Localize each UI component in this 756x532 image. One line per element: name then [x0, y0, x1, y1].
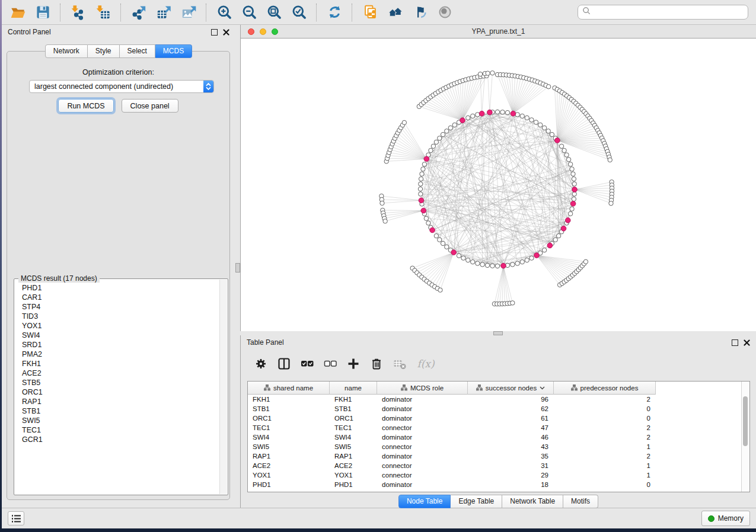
network-node[interactable]	[534, 120, 538, 124]
columns-button[interactable]	[277, 357, 291, 371]
network-node[interactable]	[380, 201, 384, 205]
settings-button[interactable]	[254, 357, 268, 371]
tab-motifs[interactable]: Motifs	[563, 495, 598, 508]
mcds-hub-node[interactable]	[547, 243, 553, 248]
network-node[interactable]	[457, 254, 461, 258]
network-node[interactable]	[434, 233, 438, 238]
network-node[interactable]	[559, 144, 563, 148]
deselect-all-button[interactable]	[323, 357, 337, 371]
network-node[interactable]	[495, 264, 499, 268]
network-graph[interactable]	[241, 39, 756, 331]
network-from-file-button[interactable]	[359, 2, 381, 23]
network-node[interactable]	[538, 123, 543, 127]
refresh-button[interactable]	[323, 2, 346, 23]
mcds-result-item[interactable]: YOX1	[22, 321, 219, 331]
network-node[interactable]	[583, 259, 588, 264]
table-row[interactable]: SWI4SWI4dominator462	[248, 432, 749, 442]
memory-button[interactable]: Memory	[701, 511, 750, 526]
mcds-result-list[interactable]: PHD1CAR1STP4TID3YOX1SWI4SRD1PMA2FKH1ACE2…	[14, 280, 219, 493]
network-node[interactable]	[419, 177, 423, 181]
network-node[interactable]	[383, 219, 387, 223]
network-node[interactable]	[461, 256, 465, 260]
float-panel-icon[interactable]	[211, 29, 218, 36]
table-row[interactable]: YOX1YOX1connector291	[248, 470, 749, 480]
mcds-hub-node[interactable]	[565, 218, 570, 223]
table-row[interactable]: RAP1RAP1dominator352	[248, 451, 749, 461]
network-node[interactable]	[572, 182, 576, 186]
network-node[interactable]	[485, 263, 489, 267]
table-row[interactable]: ACE2ACE2connector311	[248, 461, 749, 470]
mcds-hub-node[interactable]	[561, 226, 566, 231]
mcds-list-scrollbar[interactable]	[219, 280, 227, 494]
table-row[interactable]: ORC1ORC1dominator610	[248, 414, 749, 423]
mcds-result-item[interactable]: PHD1	[22, 283, 219, 293]
mcds-result-item[interactable]: RAP1	[22, 397, 219, 406]
network-node[interactable]	[572, 197, 576, 201]
network-node[interactable]	[452, 123, 457, 127]
table-row[interactable]: SWI5SWI5connector431	[248, 442, 749, 451]
network-node[interactable]	[542, 248, 546, 252]
zoom-in-button[interactable]	[213, 2, 235, 23]
network-node[interactable]	[438, 238, 442, 242]
network-node[interactable]	[570, 167, 574, 171]
column-header-successor-nodes[interactable]: successor nodes	[468, 382, 554, 395]
mcds-result-item[interactable]: STP4	[22, 302, 219, 312]
network-node[interactable]	[490, 70, 495, 75]
mcds-hub-node[interactable]	[479, 111, 484, 116]
mcds-hub-node[interactable]	[430, 227, 435, 233]
show-graphics-details-button[interactable]	[433, 2, 456, 23]
export-image-button[interactable]	[177, 2, 200, 23]
mcds-hub-node[interactable]	[460, 118, 465, 123]
search-box[interactable]	[578, 5, 748, 20]
vertical-splitter[interactable]	[235, 25, 240, 508]
table-row[interactable]: FKH1FKH1dominator962	[248, 395, 749, 404]
network-node[interactable]	[572, 177, 576, 181]
run-mcds-button[interactable]: Run MCDS	[58, 99, 113, 113]
mcds-result-item[interactable]: ACE2	[22, 368, 219, 378]
network-node[interactable]	[546, 85, 550, 89]
mcds-hub-node[interactable]	[555, 138, 560, 143]
mcds-hub-node[interactable]	[534, 253, 540, 258]
network-node[interactable]	[525, 116, 529, 120]
tab-network-table[interactable]: Network Table	[502, 495, 563, 508]
network-node[interactable]	[520, 259, 524, 264]
panel-menu-button[interactable]	[8, 511, 24, 525]
network-node[interactable]	[608, 158, 612, 162]
network-node[interactable]	[434, 140, 438, 144]
save-button[interactable]	[31, 2, 54, 23]
network-node[interactable]	[529, 256, 534, 260]
network-node[interactable]	[426, 221, 430, 225]
mcds-result-item[interactable]: GCR1	[22, 435, 219, 444]
network-node[interactable]	[546, 129, 550, 133]
mcds-result-item[interactable]: TEC1	[22, 425, 219, 435]
scrollbar-thumb[interactable]	[743, 396, 748, 446]
zoom-out-button[interactable]	[238, 2, 260, 23]
hide-graphics-details-button[interactable]	[409, 2, 431, 23]
network-node[interactable]	[422, 162, 426, 166]
close-panel-icon[interactable]	[223, 29, 229, 36]
network-node[interactable]	[505, 110, 509, 114]
network-node[interactable]	[566, 158, 570, 162]
import-table-button[interactable]	[92, 2, 114, 23]
table-scrollbar[interactable]	[741, 382, 749, 492]
network-node[interactable]	[466, 116, 470, 120]
select-all-button[interactable]	[300, 357, 314, 371]
network-node[interactable]	[471, 259, 475, 264]
column-header-MCDS-role[interactable]: MCDS role	[377, 382, 468, 395]
tab-style[interactable]: Style	[88, 44, 120, 58]
network-node[interactable]	[511, 262, 515, 267]
mcds-result-item[interactable]: ORC1	[22, 387, 219, 397]
splitter-handle[interactable]	[493, 331, 503, 335]
network-node[interactable]	[421, 167, 425, 171]
mcds-hub-node[interactable]	[572, 187, 578, 193]
mcds-hub-node[interactable]	[421, 208, 426, 213]
network-node[interactable]	[418, 187, 422, 191]
close-panel-icon[interactable]	[744, 339, 750, 346]
delete-button[interactable]	[369, 357, 384, 371]
network-node[interactable]	[525, 258, 529, 262]
network-node[interactable]	[511, 301, 515, 305]
network-node[interactable]	[438, 136, 442, 140]
mcds-result-item[interactable]: TID3	[22, 312, 219, 321]
add-button[interactable]	[346, 357, 361, 371]
tab-select[interactable]: Select	[120, 44, 155, 58]
